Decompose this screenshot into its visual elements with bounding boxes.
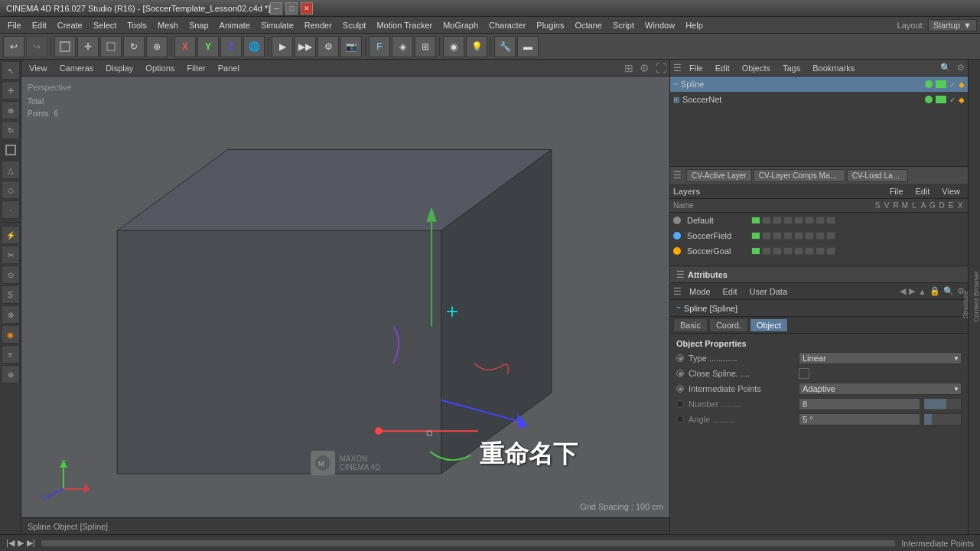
menu-tools[interactable]: Tools [122, 19, 151, 31]
attr-tab-userdata[interactable]: User Data [745, 285, 793, 298]
tab-edit[interactable]: Edit [711, 62, 734, 74]
menu-window[interactable]: Window [640, 19, 679, 31]
tool-magnet[interactable]: ⊗ [2, 305, 20, 324]
menu-render[interactable]: Render [300, 19, 337, 31]
front-view-button[interactable]: F [369, 36, 390, 57]
menu-mesh[interactable]: Mesh [153, 19, 183, 31]
snap-button[interactable]: 🔧 [494, 36, 516, 57]
close-spline-radio[interactable] [676, 369, 685, 378]
menu-select[interactable]: Select [89, 19, 122, 31]
layers-tab-view[interactable]: View [937, 185, 965, 197]
viewport[interactable]: Perspective Total Points 6 [21, 77, 669, 517]
menu-character[interactable]: Character [484, 19, 530, 31]
menu-animate[interactable]: Animate [215, 19, 255, 31]
layers-tab-file[interactable]: File [885, 185, 908, 197]
tool-scale[interactable]: ⊕ [2, 101, 20, 119]
content-browser-tab[interactable]: Content Browser Structure [968, 60, 980, 534]
minimize-button[interactable]: ─ [270, 2, 282, 15]
tab-objects[interactable]: Objects [737, 62, 775, 74]
angle-value[interactable]: 5 ° [799, 413, 920, 425]
render-settings-button[interactable]: ⚙ [317, 36, 339, 57]
attr-search-icon[interactable]: 🔍 [943, 286, 954, 296]
tool-point[interactable]: · [2, 201, 20, 219]
menu-help[interactable]: Help [681, 19, 708, 31]
menu-sculpt[interactable]: Sculpt [338, 19, 371, 31]
vp-menu-panel[interactable]: Panel [213, 62, 244, 74]
layer-soccerfield[interactable]: SoccerField [670, 228, 968, 243]
tool-select[interactable]: ↖ [2, 61, 20, 80]
menu-script[interactable]: Script [608, 19, 639, 31]
timeline-next-icon[interactable]: ▶| [27, 538, 35, 548]
attr-up-icon[interactable]: ▲ [918, 287, 926, 296]
attr-nav-fwd-icon[interactable]: ▶ [909, 286, 915, 296]
lights-button[interactable]: 💡 [466, 36, 487, 57]
display-button[interactable]: ◉ [443, 36, 464, 57]
cv-tab-load-layer[interactable]: CV-Load Layer C... [847, 169, 908, 182]
tool-layers[interactable]: ≡ [2, 345, 20, 364]
attr-tab-basic[interactable]: Basic [673, 318, 708, 332]
tool-edge[interactable]: ◇ [2, 181, 20, 199]
close-spline-checkbox[interactable] [799, 368, 809, 379]
tool-s[interactable]: S [2, 285, 20, 304]
objects-search-icon[interactable]: 🔍 [940, 63, 951, 73]
layer-default[interactable]: Default [670, 213, 968, 228]
object-row-soccernet[interactable]: ⊞ SoccerNet ✓ ◆ [670, 92, 968, 107]
vp-menu-options[interactable]: Options [141, 62, 179, 74]
number-value[interactable]: 8 [799, 398, 920, 410]
vp-fullscreen-icon[interactable]: ⛶ [656, 62, 666, 74]
timeline-prev-icon[interactable]: |◀ [6, 538, 15, 548]
layer-soccergoal[interactable]: SoccerGoal [670, 243, 968, 259]
z-axis-button[interactable]: Z [220, 36, 242, 57]
intermediate-points-radio[interactable] [676, 384, 685, 393]
tool-rotate[interactable]: ↻ [2, 121, 20, 139]
undo-button[interactable]: ↩ [3, 36, 24, 57]
tab-bookmarks[interactable]: Bookmarks [808, 62, 859, 74]
layers-tab-edit[interactable]: Edit [910, 185, 934, 197]
object-mode-button[interactable] [54, 36, 76, 57]
vp-menu-filter[interactable]: Filter [182, 62, 210, 74]
timeline-play-icon[interactable]: ▶ [18, 538, 24, 548]
tab-file[interactable]: File [685, 62, 708, 74]
menu-edit[interactable]: Edit [28, 19, 51, 31]
rotate-button[interactable]: ↻ [123, 36, 145, 57]
vp-settings-icon[interactable]: ⚙ [640, 62, 650, 74]
tool-brush[interactable]: ⊙ [2, 266, 20, 284]
attr-tab-mode[interactable]: Mode [685, 285, 715, 298]
menu-mograph[interactable]: MoGraph [438, 19, 483, 31]
render-button[interactable]: ▶▶ [295, 36, 316, 57]
menu-octane[interactable]: Octane [570, 19, 606, 31]
attr-tab-coord[interactable]: Coord. [709, 318, 748, 332]
tool-paint[interactable]: ◉ [2, 325, 20, 344]
move-tool-button[interactable]: ✛ [77, 36, 99, 57]
objects-filter-icon[interactable]: ⚙ [957, 63, 965, 73]
menu-create[interactable]: Create [53, 19, 87, 31]
type-radio[interactable] [676, 354, 685, 363]
four-view-button[interactable]: ⊞ [415, 36, 436, 57]
attr-nav-back-icon[interactable]: ◀ [900, 286, 906, 296]
tool-extra1[interactable]: ⊛ [2, 365, 20, 383]
menu-file[interactable]: File [3, 19, 26, 31]
tool-move[interactable]: ✛ [2, 81, 20, 99]
object-row-spline[interactable]: ~ Spline ✓ ◆ [670, 77, 968, 92]
attr-tab-object[interactable]: Object [750, 318, 788, 332]
attr-lock-icon[interactable]: 🔒 [930, 286, 940, 296]
tool-object[interactable] [2, 141, 20, 159]
cv-tab-active-layer[interactable]: CV-Active Layer [686, 169, 752, 182]
menu-motion-tracker[interactable]: Motion Tracker [372, 19, 437, 31]
render-view-button[interactable]: ▶ [272, 36, 293, 57]
vp-expand-icon[interactable]: ⊞ [624, 62, 633, 74]
timeline-slider[interactable] [41, 540, 896, 546]
y-axis-button[interactable]: Y [197, 36, 219, 57]
close-button[interactable]: ✕ [301, 2, 313, 15]
angle-slider[interactable] [923, 413, 962, 425]
cv-tab-comps-manager[interactable]: CV-Layer Comps Manager... [754, 169, 845, 182]
tool-polygon[interactable]: △ [2, 161, 20, 179]
x-axis-button[interactable]: X [174, 36, 196, 57]
maximize-button[interactable]: □ [285, 2, 298, 15]
attr-tab-edit[interactable]: Edit [718, 285, 742, 298]
type-value[interactable]: Linear ▼ [799, 352, 962, 364]
world-button[interactable]: 🌐 [243, 36, 265, 57]
tool-live[interactable]: ⚡ [2, 226, 20, 244]
floor-button[interactable]: ▬ [517, 36, 539, 57]
layout-dropdown[interactable]: Startup ▼ [928, 19, 977, 31]
